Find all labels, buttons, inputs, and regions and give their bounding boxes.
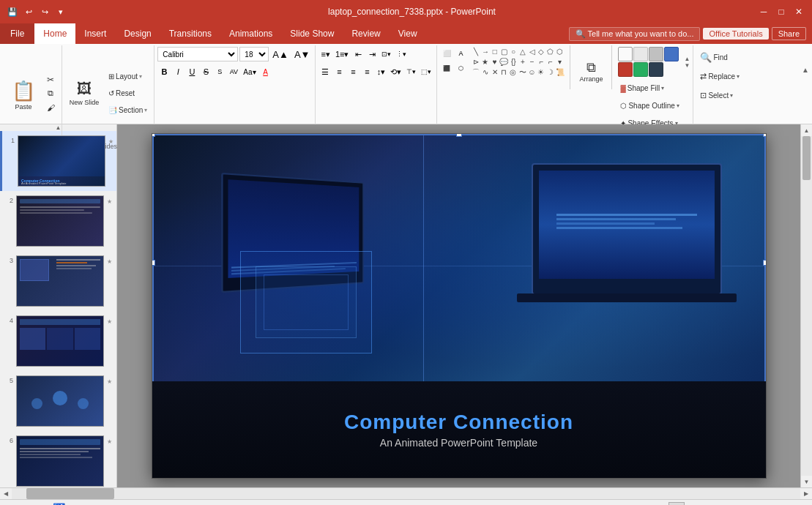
increase-indent-button[interactable]: ⇥ (365, 47, 379, 61)
customize-quick-access-button[interactable]: ▾ (54, 5, 67, 18)
align-center-button[interactable]: ≡ (332, 64, 346, 79)
comments-button[interactable]: Comments (611, 502, 627, 506)
tab-insert[interactable]: Insert (75, 23, 115, 44)
qs-none[interactable] (618, 47, 633, 61)
text-direction-button[interactable]: ⟲▾ (388, 64, 403, 79)
scroll-track[interactable] (801, 136, 812, 476)
shape-chevron[interactable]: ⊳ (472, 57, 480, 67)
shape-brace[interactable]: ⌐ (546, 57, 555, 67)
shape-triangle[interactable]: △ (518, 47, 527, 56)
slide-thumb-1[interactable]: 1 Computer Connection An Animated PowerP… (0, 131, 116, 191)
tell-me-input[interactable]: 🔍 Tell me what you want to do... (569, 27, 701, 41)
shape-rounded-rect[interactable]: ▢ (500, 47, 509, 56)
paste-button[interactable]: 📋 Paste (6, 68, 41, 119)
ribbon-collapse-button[interactable]: ▲ (802, 66, 809, 74)
qs-blue[interactable] (664, 47, 679, 61)
shadow-button[interactable]: S (213, 64, 226, 79)
copy-button[interactable]: ⧉ (42, 87, 59, 100)
shape-bracket[interactable]: ⌐ (537, 57, 545, 67)
hscroll-track[interactable] (12, 488, 800, 499)
shape-star[interactable]: ★ (481, 57, 490, 67)
save-button[interactable]: 💾 (6, 5, 19, 18)
shape-sun[interactable]: ☀ (537, 67, 545, 77)
decrease-font-button[interactable]: A▼ (292, 47, 313, 61)
tab-transitions[interactable]: Transitions (160, 23, 220, 44)
view-slide-sorter-button[interactable]: ⊠ (668, 502, 685, 506)
shape-outline-button[interactable]: ⬡ Shape Outline ▾ (617, 97, 690, 113)
format-painter-button[interactable]: 🖌 (42, 101, 59, 114)
share-button[interactable]: Share (772, 27, 806, 40)
slide-canvas[interactable]: Computer Connection An Animated PowerPoi… (152, 133, 767, 479)
shape-scroll[interactable]: 📜 (556, 67, 565, 77)
quick-styles-scroll[interactable]: ▲▼ (684, 56, 690, 69)
change-case-button[interactable]: Aa▾ (241, 64, 258, 79)
shape-cross[interactable]: ✕ (491, 67, 499, 77)
shape-callout[interactable]: 💬 (499, 57, 508, 67)
shape-rect[interactable]: □ (491, 47, 499, 56)
tab-view[interactable]: View (390, 23, 426, 44)
shape-donut[interactable]: ◎ (509, 67, 518, 77)
hscroll-thumb[interactable] (26, 488, 114, 499)
bullets-button[interactable]: ≡▾ (319, 47, 332, 61)
hscroll-right-button[interactable]: ▶ (800, 488, 812, 500)
font-size-select[interactable]: 18 (239, 47, 269, 61)
font-family-select[interactable]: Calibri (157, 47, 238, 61)
shape-smiley[interactable]: ☺ (527, 67, 536, 77)
align-left-button[interactable]: ☰ (319, 64, 332, 79)
shape-minus[interactable]: − (528, 57, 537, 67)
tab-slideshow[interactable]: Slide Show (281, 23, 343, 44)
arrange-button[interactable]: ⧉ Arrange (575, 45, 607, 97)
italic-button[interactable]: I (171, 64, 185, 79)
underline-button[interactable]: U (185, 64, 198, 79)
tab-file[interactable]: File (0, 23, 34, 44)
shape-plus[interactable]: + (518, 57, 527, 67)
view-presenter-button[interactable]: ▶ (707, 502, 723, 506)
redo-button[interactable]: ↪ (38, 5, 51, 18)
shape-outline-button-small[interactable]: ⬡ (454, 61, 467, 75)
smart-art-button[interactable]: ⊡▾ (379, 47, 393, 61)
view-outline-button[interactable]: ⊟ (649, 502, 666, 506)
scroll-down-button[interactable]: ▼ (801, 476, 812, 487)
smartart-convert-button[interactable]: ⬚▾ (419, 64, 433, 79)
shape-pentagon[interactable]: ⬠ (546, 47, 555, 56)
shape-moon[interactable]: ☽ (546, 67, 555, 77)
tab-review[interactable]: Review (343, 23, 389, 44)
hscroll-left-button[interactable]: ◀ (0, 488, 12, 500)
office-tutorials-button[interactable]: Office Tutorials (703, 28, 768, 40)
slide-thumb-3[interactable]: 3 ★ (0, 251, 116, 311)
qs-green[interactable] (633, 62, 648, 77)
slide-thumb-5[interactable]: 5 ★ (0, 371, 116, 431)
shape-heart[interactable]: ♥ (491, 57, 499, 67)
qs-light[interactable] (633, 47, 648, 61)
reset-button[interactable]: ↺ Reset (105, 86, 151, 102)
line-spacing-button[interactable]: ↕▾ (374, 64, 387, 79)
shape-line[interactable]: ╲ (472, 47, 480, 56)
close-button[interactable]: ✕ (791, 4, 806, 19)
shape-diamond[interactable]: ◇ (537, 47, 545, 56)
select-button[interactable]: ⊡ Select ▾ (696, 86, 737, 104)
text-box-button[interactable]: A (454, 47, 467, 60)
canvas-area[interactable]: Computer Connection An Animated PowerPoi… (117, 124, 800, 487)
new-slide-button[interactable]: 🖼 New Slide (65, 68, 103, 119)
shape-insert-button[interactable]: ⬜ (440, 47, 453, 60)
replace-button[interactable]: ⇄ Replace ▾ (696, 67, 743, 85)
view-reading-button[interactable]: 📖 (688, 502, 704, 506)
shape-fill-button[interactable]: ⬛ (440, 61, 453, 75)
section-button[interactable]: 📑 Section ▾ (105, 102, 151, 119)
slide-thumb-4[interactable]: 4 ★ (0, 311, 116, 371)
shape-arc[interactable]: ⌒ (472, 67, 480, 77)
qs-medium[interactable] (649, 47, 663, 61)
strikethrough-button[interactable]: S (199, 64, 212, 79)
shape-oval[interactable]: ○ (509, 47, 518, 56)
shape-rtriangle[interactable]: ◁ (528, 47, 537, 56)
shape-curve[interactable]: ∿ (481, 67, 490, 77)
qs-red[interactable] (618, 62, 633, 77)
scroll-thumb[interactable] (802, 136, 811, 180)
tab-design[interactable]: Design (115, 23, 160, 44)
find-button[interactable]: 🔍 Find (696, 48, 731, 66)
font-color-button[interactable]: A (259, 64, 272, 79)
slide-title[interactable]: Computer Connection (344, 411, 573, 434)
columns-button[interactable]: ⋮▾ (394, 47, 409, 61)
increase-font-button[interactable]: A▲ (270, 47, 291, 61)
shape-fill-button[interactable]: ▓ Shape Fill ▾ (617, 80, 690, 96)
